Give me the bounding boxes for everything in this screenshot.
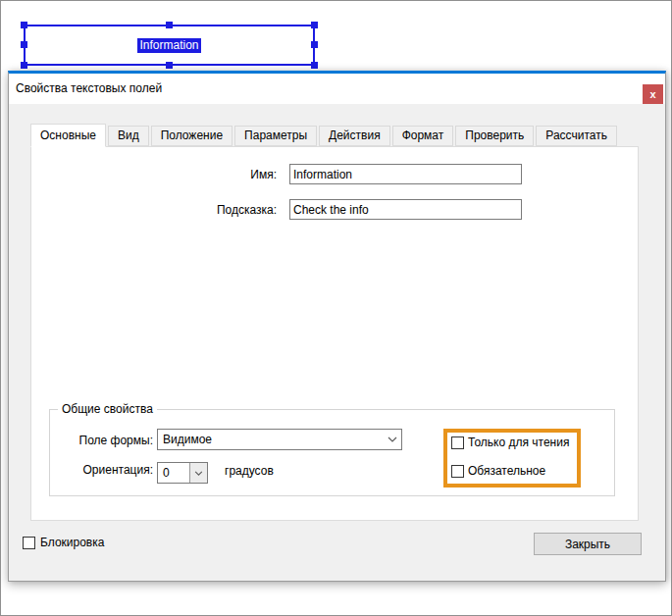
name-field-label: Имя:: [31, 168, 277, 181]
orientation-value: 0: [158, 466, 189, 480]
chevron-down-icon: [384, 436, 401, 442]
readonly-checkbox-label: Только для чтения: [468, 436, 569, 449]
resize-handle-top-middle[interactable]: [166, 22, 173, 28]
tab-position[interactable]: Положение: [151, 126, 233, 146]
resize-handle-bottom-left[interactable]: [21, 62, 27, 69]
general-tab-panel: Имя: Подсказка: Общие свойства Поле форм…: [30, 146, 639, 521]
selected-form-field[interactable]: Information: [24, 25, 315, 66]
readonly-checkbox-row[interactable]: Только для чтения: [451, 436, 569, 449]
resize-handle-middle-left[interactable]: [21, 41, 27, 48]
form-field-label: Поле формы:: [31, 434, 153, 447]
required-checkbox-label: Обязательное: [468, 464, 545, 478]
tab-appearance[interactable]: Вид: [108, 126, 149, 146]
tab-actions[interactable]: Действия: [319, 126, 390, 146]
resize-handle-middle-right[interactable]: [311, 41, 318, 48]
resize-handle-bottom-right[interactable]: [311, 62, 318, 69]
orientation-dropdown[interactable]: 0: [157, 462, 208, 484]
dialog-tab-strip: Основные Вид Положение Параметры Действи…: [30, 124, 619, 146]
tab-options[interactable]: Параметры: [234, 126, 317, 146]
tooltip-input[interactable]: [289, 199, 522, 220]
common-properties-group-title: Общие свойства: [58, 402, 157, 416]
tooltip-field-label: Подсказка:: [31, 203, 277, 217]
lock-checkbox[interactable]: [23, 537, 35, 549]
lock-checkbox-label: Блокировка: [40, 536, 104, 549]
resize-handle-top-right[interactable]: [311, 22, 318, 28]
acrobat-page-canvas: Information Свойства текстовых полей x О…: [0, 0, 672, 616]
tab-format[interactable]: Формат: [392, 126, 454, 146]
chevron-down-icon: [194, 471, 203, 476]
required-checkbox-row[interactable]: Обязательное: [451, 464, 545, 478]
form-field-visibility-dropdown[interactable]: Видимое: [157, 429, 402, 450]
readonly-checkbox[interactable]: [451, 436, 464, 449]
tab-validate[interactable]: Проверить: [455, 126, 534, 146]
text-field-properties-dialog: Свойства текстовых полей x Основные Вид …: [8, 71, 666, 582]
resize-handle-top-left[interactable]: [21, 22, 27, 28]
name-input[interactable]: [289, 164, 522, 184]
form-field-visibility-value: Видимое: [158, 433, 384, 446]
close-icon[interactable]: x: [643, 84, 663, 104]
orientation-label: Ориентация:: [31, 463, 153, 477]
degrees-suffix-label: градусов: [225, 464, 274, 478]
close-button[interactable]: Закрыть: [534, 533, 642, 555]
dialog-titlebar[interactable]: Свойства текстовых полей: [9, 74, 665, 104]
resize-handle-bottom-middle[interactable]: [166, 62, 173, 69]
tab-calculate[interactable]: Рассчитать: [536, 126, 617, 146]
field-name-selected-text[interactable]: Information: [137, 38, 200, 53]
required-checkbox[interactable]: [451, 465, 464, 478]
tab-general[interactable]: Основные: [30, 124, 106, 147]
orientation-dropdown-button[interactable]: [189, 463, 207, 483]
orange-highlight-annotation: Только для чтения Обязательное: [443, 429, 581, 488]
lock-checkbox-row[interactable]: Блокировка: [23, 536, 104, 549]
dialog-title: Свойства текстовых полей: [16, 81, 162, 95]
